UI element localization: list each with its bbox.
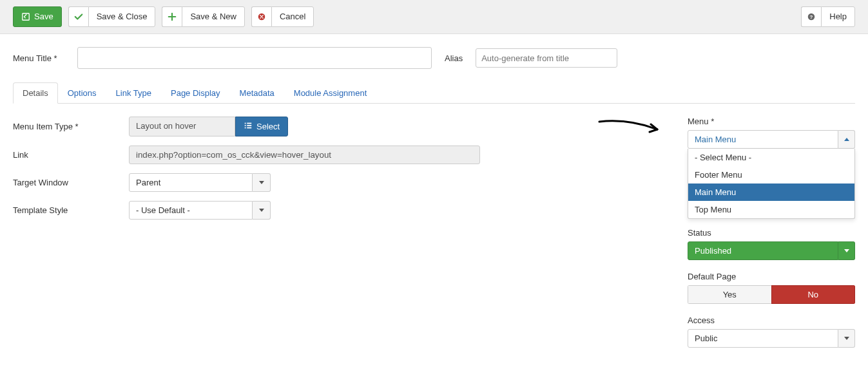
menu-dropdown-caret[interactable]: [838, 130, 855, 149]
menu-title-label: Menu Title *: [13, 53, 64, 63]
tab-module-assignment[interactable]: Module Assignment: [284, 82, 376, 104]
target-window-label: Target Window: [13, 178, 129, 187]
chevron-down-icon: [844, 249, 849, 252]
target-window-dropdown[interactable]: Parent: [129, 173, 271, 192]
cancel-icon: [251, 6, 271, 27]
menu-dropdown-list: - Select Menu - Footer Menu Main Menu To…: [688, 149, 855, 219]
access-caret[interactable]: [838, 329, 855, 348]
row-link: Link: [13, 146, 662, 164]
save-label: Save: [34, 11, 53, 23]
select-btn-label: Select: [256, 122, 280, 131]
default-page-yes[interactable]: Yes: [688, 285, 771, 304]
tabs: Details Options Link Type Page Display M…: [13, 82, 855, 104]
save-button[interactable]: Save: [13, 6, 62, 27]
menu-option-top[interactable]: Top Menu: [688, 201, 854, 218]
col-main: Menu Item Type * Layout on hover Select: [13, 117, 662, 229]
status-value: Published: [688, 241, 838, 260]
col-side: Menu * Main Menu - Select Menu - Footer …: [688, 117, 855, 359]
svg-rect-7: [247, 125, 251, 126]
help-button[interactable]: Help: [821, 6, 855, 27]
apply-icon: [21, 12, 30, 21]
save-close-group: Save & Close: [68, 6, 156, 27]
chevron-down-icon: [259, 181, 264, 184]
svg-rect-6: [245, 125, 246, 126]
default-page-label: Default Page: [688, 272, 855, 281]
tab-options[interactable]: Options: [58, 82, 106, 104]
menu-item-type-select-button[interactable]: Select: [235, 117, 288, 136]
alias-label: Alias: [445, 53, 463, 63]
template-style-value: - Use Default -: [129, 201, 253, 220]
menu-dropdown-value: Main Menu: [688, 130, 838, 149]
chevron-up-icon: [844, 138, 849, 141]
template-style-label: Template Style: [13, 205, 129, 215]
svg-text:?: ?: [810, 14, 813, 20]
link-label: Link: [13, 150, 129, 160]
cancel-group: Cancel: [251, 6, 314, 27]
chevron-down-icon: [844, 337, 849, 340]
menu-option-footer[interactable]: Footer Menu: [688, 166, 854, 184]
menu-option-select[interactable]: - Select Menu -: [688, 149, 854, 166]
tab-link-type[interactable]: Link Type: [106, 82, 161, 104]
check-icon: [68, 6, 88, 27]
row-template-style: Template Style - Use Default -: [13, 201, 662, 220]
svg-rect-9: [247, 127, 251, 129]
svg-rect-8: [245, 127, 246, 129]
default-page-no[interactable]: No: [771, 285, 856, 304]
plus-icon: [162, 6, 182, 27]
content: Menu Title * Alias Details Options Link …: [0, 34, 868, 367]
access-label: Access: [688, 315, 855, 325]
help-icon: ?: [801, 6, 821, 27]
link-input: [129, 146, 480, 164]
default-page-toggle: Yes No: [688, 285, 855, 304]
save-new-button[interactable]: Save & New: [182, 6, 245, 27]
tab-page-display[interactable]: Page Display: [161, 82, 230, 104]
access-value: Public: [688, 329, 838, 348]
side-access-group: Access Public: [688, 315, 855, 348]
menu-dropdown[interactable]: Main Menu - Select Menu - Footer Menu Ma…: [688, 130, 855, 149]
chevron-down-icon: [259, 209, 264, 212]
alias-input[interactable]: [476, 48, 617, 68]
menu-title-input[interactable]: [77, 47, 432, 69]
side-menu-label: Menu *: [688, 117, 855, 126]
target-window-caret[interactable]: [253, 173, 271, 192]
template-style-caret[interactable]: [253, 201, 271, 220]
menu-item-type-value: Layout on hover: [129, 117, 235, 136]
template-style-dropdown[interactable]: - Use Default -: [129, 201, 271, 220]
svg-rect-0: [23, 14, 30, 21]
menu-option-main[interactable]: Main Menu: [688, 184, 854, 201]
status-caret[interactable]: [838, 241, 855, 260]
toolbar: Save Save & Close Save & New Cancel ? He…: [0, 0, 868, 34]
side-menu-group: Menu * Main Menu - Select Menu - Footer …: [688, 117, 855, 216]
side-default-page-group: Default Page Yes No: [688, 272, 855, 304]
help-group: ? Help: [801, 6, 855, 27]
status-dropdown[interactable]: Published: [688, 241, 855, 260]
side-status-group: Status Published: [688, 228, 855, 260]
status-label: Status: [688, 228, 855, 238]
svg-rect-4: [245, 123, 246, 124]
tab-details[interactable]: Details: [13, 82, 58, 104]
svg-rect-5: [247, 123, 251, 124]
tab-metadata[interactable]: Metadata: [230, 82, 284, 104]
target-window-value: Parent: [129, 173, 253, 192]
cancel-button[interactable]: Cancel: [271, 6, 314, 27]
main-row: Menu Item Type * Layout on hover Select: [13, 117, 855, 359]
save-close-button[interactable]: Save & Close: [88, 6, 156, 27]
row-menu-item-type: Menu Item Type * Layout on hover Select: [13, 117, 662, 136]
row-target-window: Target Window Parent: [13, 173, 662, 192]
menu-item-type-label: Menu Item Type *: [13, 122, 129, 131]
access-dropdown[interactable]: Public: [688, 329, 855, 348]
list-icon: [244, 121, 253, 132]
title-row: Menu Title * Alias: [13, 47, 855, 69]
save-new-group: Save & New: [162, 6, 245, 27]
